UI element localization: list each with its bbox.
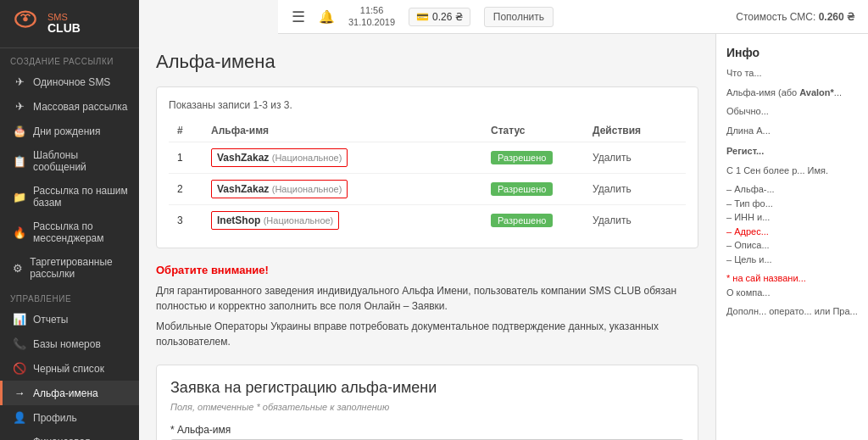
sidebar-item-label: Базы номеров [33,338,101,350]
cost-value: 0.260 ₴ [819,11,854,23]
time-value: 11:56 [348,5,395,16]
cell-status: Разрешено [482,174,584,205]
date-value: 31.10.2019 [348,17,395,28]
send-icon: ✈ [13,75,26,88]
table-info: Показаны записи 1-3 из 3. [169,99,686,111]
topbar: ☰ 🔔 11:56 31.10.2019 💳 0.26 ₴ Пополнить … [278,0,868,34]
sidebar-item-blacklist[interactable]: 🚫 Черный список [0,356,139,381]
cell-actions: Удалить [584,142,686,174]
col-header-actions: Действия [584,120,686,142]
sidebar: SMS CLUB Создание рассылки ✈ Одиночное S… [0,0,139,440]
main-content: Альфа-имена Показаны записи 1-3 из 3. # … [139,34,715,440]
right-panel-text-6: С 1 Сен более р... Имя. [726,164,858,178]
sidebar-item-mass-send[interactable]: ✈ Массовая рассылка [0,94,139,119]
delete-link[interactable]: Удалить [593,183,632,195]
right-panel-text-3: Обычно... [726,104,858,119]
sidebar-item-numbers[interactable]: 📞 Базы номеров [0,331,139,356]
right-panel-title: Инфо [726,46,858,59]
target-icon: ⚙ [13,262,23,275]
logo-club-text: CLUB [47,21,81,35]
fire-icon: 🔥 [13,226,26,239]
right-panel: Инфо Что та... Альфа-имя (або Avalon*...… [715,34,868,440]
cell-name: VashZakaz (Национальное) [203,142,482,174]
sidebar-item-reports[interactable]: 📊 Отчеты [0,307,139,331]
refill-button[interactable]: Пополнить [484,7,554,27]
logo: SMS CLUB [0,0,139,48]
content-wrapper: ☰ 🔔 11:56 31.10.2019 💳 0.26 ₴ Пополнить … [139,0,868,440]
sidebar-item-single-sms[interactable]: ✈ Одиночное SMS [0,70,139,94]
notice-section: Обратите внимание! Для гарантированного … [156,264,698,349]
content-body: Альфа-имена Показаны записи 1-3 из 3. # … [139,34,868,440]
right-panel-text-2: Альфа-имя (або Avalon*... [726,86,858,100]
chart-icon: 📊 [13,313,26,326]
cell-actions: Удалить [584,174,686,205]
sidebar-item-label: Профиль [33,412,77,424]
cell-num: 3 [169,205,203,237]
sidebar-item-profile[interactable]: 👤 Профиль [0,405,139,430]
col-header-num: # [169,120,203,142]
folder-icon: 📁 [13,191,26,203]
sidebar-item-birthdays[interactable]: 🎂 Дни рождения [0,119,139,143]
alpha-name-type: (Национальное) [272,184,342,194]
sidebar-item-finance[interactable]: $ Финансовая история [0,430,139,440]
right-panel-text-9: Дополн... операто... или Пра... [726,304,858,319]
status-badge: Разрешено [491,151,553,164]
sidebar-item-label: Отчеты [33,314,68,326]
menu-icon[interactable]: ☰ [292,8,305,26]
table-section: Показаны записи 1-3 из 3. # Альфа-имя Ст… [156,86,698,248]
cost-label: Стоимость СМС: [736,11,815,23]
cell-status: Разрешено [482,205,584,237]
cell-num: 2 [169,174,203,205]
sidebar-item-label: Дни рождения [33,125,101,137]
right-panel-text-4: Длина А... [726,124,858,138]
sidebar-item-label: Таргетированные рассылки [30,256,129,280]
section-label-manage: Управление [0,286,139,307]
alpha-table: # Альфа-имя Статус Действия 1 VashZakaz … [169,120,686,236]
section-label-create: Создание рассылки [0,48,139,70]
svg-point-1 [23,17,27,21]
sidebar-item-label: Финансовая история [33,436,129,440]
form-section: Заявка на регистрацию альфа-имени Поля, … [156,365,698,440]
phone-icon: 📞 [13,337,26,350]
form-group-alpha: * Альфа-имя [170,424,684,440]
alpha-name-main: VashZakaz [217,152,269,164]
sidebar-item-alpha-names[interactable]: → Альфа-имена [0,381,139,405]
sidebar-item-targeted[interactable]: ⚙ Таргетированные рассылки [0,250,139,286]
cell-num: 1 [169,142,203,174]
sidebar-item-label: Одиночное SMS [33,76,110,88]
col-header-status: Статус [482,120,584,142]
sidebar-item-label: Массовая рассылка [33,101,128,113]
alpha-name-type: (Национальное) [272,153,342,163]
sidebar-item-label: Шаблоны сообщений [33,149,129,173]
alpha-name-type: (Национальное) [264,215,334,226]
topbar-time: 11:56 31.10.2019 [348,5,395,27]
sidebar-item-by-base[interactable]: 📁 Рассылка по нашим базам [0,179,139,214]
sidebar-item-messenger[interactable]: 🔥 Рассылка по мессенджерам [0,214,139,250]
topbar-balance: 💳 0.26 ₴ [409,8,470,26]
notice-text-2: Мобильные Операторы Украины вправе потре… [156,319,698,349]
status-badge: Разрешено [491,182,553,196]
delete-link[interactable]: Удалить [593,214,632,226]
sidebar-item-templates[interactable]: 📋 Шаблоны сообщений [0,143,139,179]
topbar-cost: Стоимость СМС: 0.260 ₴ [736,11,854,23]
cell-actions: Удалить [584,205,686,237]
bell-icon[interactable]: 🔔 [319,9,335,25]
form-subtitle: Поля, отмеченные * обязательные к заполн… [170,402,684,412]
alpha-name-main: InetShop [217,214,260,226]
table-row: 2 VashZakaz (Национальное) Разрешено Уда… [169,174,686,205]
template-icon: 📋 [13,155,26,168]
card-icon-top: 💳 [416,11,429,23]
balance-value: 0.26 ₴ [432,11,463,23]
cell-status: Разрешено [482,142,584,174]
field-alpha-label: * Альфа-имя [170,424,684,436]
birthday-icon: 🎂 [13,125,26,137]
status-badge: Разрешено [491,214,553,227]
table-row: 1 VashZakaz (Национальное) Разрешено Уда… [169,142,686,174]
notice-text-1: Для гарантированного заведения индивидуа… [156,283,698,314]
logo-icon [10,8,41,39]
sidebar-item-label: Рассылка по нашим базам [33,185,129,209]
user-icon: 👤 [13,411,26,424]
send-icon: ✈ [13,100,26,113]
delete-link[interactable]: Удалить [593,152,632,164]
right-panel-text-7: – Альфа-...– Тип фо...– ИНН и...– Адрес.… [726,182,858,266]
